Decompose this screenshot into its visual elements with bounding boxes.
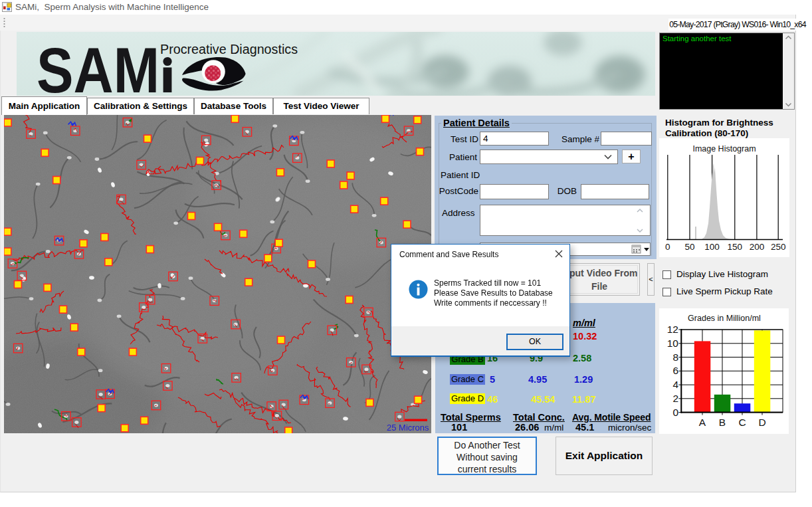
svg-text:200: 200 — [750, 242, 765, 252]
svg-text:Image Histogram: Image Histogram — [692, 144, 756, 153]
svg-text:250: 250 — [771, 242, 786, 252]
svg-text:50: 50 — [684, 242, 694, 252]
svg-text:12: 12 — [667, 324, 678, 335]
svg-text:D: D — [758, 417, 765, 428]
svg-text:Grades in Million/ml: Grades in Million/ml — [688, 314, 761, 323]
svg-text:10: 10 — [667, 338, 679, 349]
svg-text:B: B — [719, 417, 726, 428]
svg-text:100: 100 — [704, 242, 720, 252]
svg-text:25 Microns: 25 Microns — [387, 423, 429, 433]
svg-text:C: C — [738, 417, 746, 428]
svg-text:Procreative Diagnostics: Procreative Diagnostics — [160, 42, 298, 56]
svg-text:4: 4 — [672, 379, 678, 390]
svg-text:0: 0 — [672, 407, 678, 418]
svg-text:2: 2 — [672, 393, 678, 404]
svg-text:6: 6 — [672, 365, 678, 376]
svg-text:8: 8 — [672, 352, 678, 363]
svg-text:SAM: SAM — [37, 34, 159, 96]
svg-text:0: 0 — [665, 242, 670, 252]
svg-text:150: 150 — [728, 242, 743, 252]
svg-text:A: A — [699, 417, 706, 428]
